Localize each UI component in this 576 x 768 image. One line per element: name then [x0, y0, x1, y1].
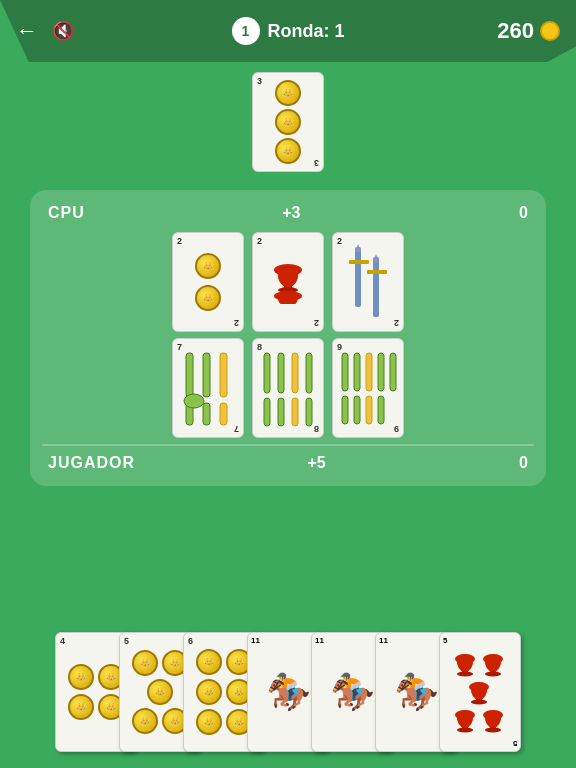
- player-bonus: +5: [307, 454, 325, 472]
- coin-b: [195, 285, 221, 311]
- svg-rect-15: [220, 403, 227, 425]
- table-card-3[interactable]: 9 9: [332, 338, 404, 438]
- svg-rect-4: [355, 247, 361, 307]
- svg-rect-31: [354, 396, 360, 424]
- svg-rect-28: [378, 353, 384, 391]
- cpu-card-2[interactable]: 2 2: [252, 232, 324, 332]
- hc2-coin1: [132, 650, 158, 676]
- top-bar-right: 260: [345, 18, 561, 44]
- svg-rect-27: [366, 353, 372, 391]
- hc2-coin4: [132, 708, 158, 734]
- top-bar-center: 1 Ronda: 1: [232, 17, 345, 45]
- svg-rect-33: [378, 396, 384, 424]
- cup-svg: [270, 260, 306, 304]
- svg-rect-29: [390, 353, 396, 391]
- swords-display: [343, 242, 393, 322]
- svg-rect-12: [220, 353, 227, 397]
- top-bar: ← 🔇 1 Ronda: 1 260: [0, 0, 576, 62]
- cpu-card-1[interactable]: 2 2: [172, 232, 244, 332]
- hc1-coin3: [68, 694, 94, 720]
- coin-1: [275, 80, 301, 106]
- svg-rect-20: [306, 353, 312, 393]
- svg-rect-18: [278, 353, 284, 393]
- player-score: 0: [498, 454, 528, 472]
- svg-rect-32: [366, 396, 372, 424]
- coin-a: [195, 253, 221, 279]
- svg-rect-10: [186, 353, 193, 397]
- swords-svg: [343, 242, 393, 322]
- coins-2-display: [195, 253, 221, 311]
- svg-rect-26: [354, 353, 360, 391]
- cups-5-svg: [451, 647, 509, 737]
- svg-point-39: [485, 672, 501, 677]
- player-row: JUGADOR +5 0: [42, 450, 534, 476]
- score-display: 260: [497, 18, 534, 44]
- svg-rect-23: [292, 398, 298, 426]
- svg-point-36: [457, 672, 473, 677]
- svg-rect-11: [203, 353, 210, 397]
- round-badge: 1: [232, 17, 260, 45]
- mute-button[interactable]: 🔇: [52, 20, 74, 42]
- cpu-label: CPU: [48, 204, 85, 222]
- svg-rect-25: [342, 353, 348, 391]
- played-card[interactable]: 3 3: [252, 72, 324, 172]
- svg-rect-7: [373, 257, 379, 317]
- board-divider: [42, 444, 534, 446]
- table-card-2[interactable]: 8 8: [252, 338, 324, 438]
- knight-figure-2: 🏇: [330, 671, 375, 713]
- cups-display: [270, 260, 306, 304]
- player-label: JUGADOR: [48, 454, 135, 472]
- svg-point-42: [471, 700, 487, 705]
- svg-point-16: [184, 394, 204, 408]
- center-played-card[interactable]: 3 3: [252, 72, 324, 172]
- svg-rect-24: [306, 398, 312, 426]
- hand-cards-container: 4 4 5: [55, 632, 521, 752]
- coins-display: [275, 80, 301, 164]
- cpu-player-row: CPU +3 0: [42, 200, 534, 226]
- cpu-score: 0: [498, 204, 528, 222]
- svg-rect-21: [264, 398, 270, 426]
- hc3-coin5: [196, 709, 222, 735]
- batons-7-svg: [178, 348, 238, 428]
- coin-3: [275, 138, 301, 164]
- hc1-coin1: [68, 664, 94, 690]
- cpu-card-3[interactable]: 2 2: [332, 232, 404, 332]
- table-card-1[interactable]: 7 7: [172, 338, 244, 438]
- round-label: Ronda: 1: [268, 21, 345, 42]
- svg-rect-5: [349, 260, 369, 264]
- back-button[interactable]: ←: [16, 18, 38, 44]
- top-bar-left: ← 🔇: [16, 18, 232, 44]
- hc3-coin3: [196, 679, 222, 705]
- cpu-bonus: +3: [282, 204, 300, 222]
- card-number-bottom: 3: [314, 158, 319, 168]
- svg-rect-30: [342, 396, 348, 424]
- svg-rect-22: [278, 398, 284, 426]
- coin-2: [275, 109, 301, 135]
- svg-point-45: [457, 728, 473, 733]
- batons-8-svg: [258, 348, 318, 428]
- cpu-cards-area: 2 2 2: [42, 232, 534, 332]
- svg-rect-8: [367, 270, 387, 274]
- hc3-coin1: [196, 649, 222, 675]
- card-number-top: 3: [257, 76, 262, 86]
- knight-figure-3: 🏇: [394, 671, 439, 713]
- hc2-coin3: [147, 679, 173, 705]
- card-content: [253, 73, 323, 171]
- svg-point-48: [485, 728, 501, 733]
- hand-card-7[interactable]: 5: [439, 632, 521, 752]
- knight-figure-1: 🏇: [266, 671, 311, 713]
- player-hand-area: 4 4 5: [0, 632, 576, 752]
- svg-rect-17: [264, 353, 270, 393]
- table-cards-area: 7 7 8: [42, 338, 534, 438]
- game-board: CPU +3 0 2 2 2: [30, 190, 546, 486]
- svg-rect-19: [292, 353, 298, 393]
- svg-rect-14: [203, 403, 210, 425]
- batons-9-svg: [338, 348, 398, 428]
- score-coin-icon: [540, 21, 560, 41]
